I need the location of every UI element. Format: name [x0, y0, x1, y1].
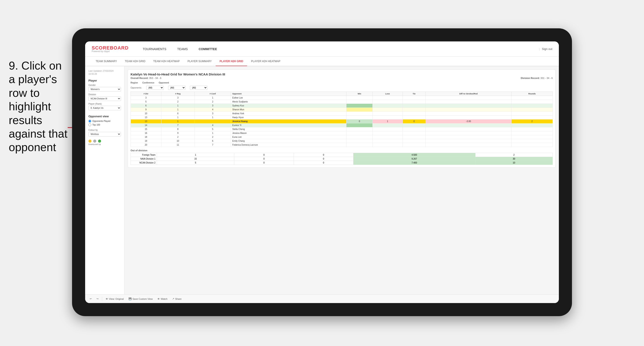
dot-up: [98, 140, 101, 143]
colour-by-select[interactable]: Win/loss: [88, 132, 121, 137]
grid-card: Katelyn Vo Head-to-Head Grid for Women's…: [128, 70, 556, 168]
grid-area: Katelyn Vo Head-to-Head Grid for Women's…: [124, 66, 559, 294]
gender-select[interactable]: Women's: [88, 87, 121, 92]
subnav: TEAM SUMMARY TEAM H2H GRID TEAM H2H HEAT…: [85, 57, 559, 66]
filters-row: Region Conference Opponent: [130, 82, 553, 84]
opponent-view-section: Opponent view Opponents Played Top 100: [88, 115, 121, 126]
opponents-select[interactable]: (All): [146, 86, 164, 90]
save-icon: 💾: [128, 297, 132, 300]
redo-button[interactable]: ↪: [95, 297, 100, 301]
colour-up-label: Up: [98, 143, 101, 146]
out-of-division-label: Out of division: [130, 149, 553, 152]
logo-area: SCOREBOARD Powered by clippd: [92, 46, 128, 52]
logo-sub: Powered by clippd: [92, 50, 128, 52]
region-filter-group: Region: [130, 82, 138, 84]
tablet-frame: SCOREBOARD Powered by clippd TOURNAMENTS…: [72, 28, 572, 316]
toolbar: ↩ ↪ 👁 View: Original 💾 Save Custom View …: [85, 294, 559, 303]
out-of-division-table: Foreign Team 1 0 0 4.500 2 NAIA Division…: [130, 153, 553, 165]
table-row[interactable]: 20 11 7 Federica Domecq Lacroze: [131, 143, 553, 147]
colour-labels: Down Level Up: [88, 143, 121, 146]
view-original-button[interactable]: 👁 View: Original: [104, 297, 125, 301]
radio-opponents-label: Opponents Played: [92, 120, 110, 122]
logo-text: SCOREBOARD: [92, 46, 128, 50]
region-label: Region: [130, 82, 138, 84]
table-row[interactable]: 18 2 2 Euna Lee: [131, 135, 553, 139]
conference-label: Conference: [142, 82, 154, 84]
conference-filter-group: Conference: [142, 82, 154, 84]
view-icon: 👁: [106, 298, 108, 300]
overall-record-value: 353 - 34 - 6: [149, 77, 161, 79]
opponents-label: Opponents:: [130, 87, 142, 89]
player-rank-select[interactable]: 8. Katelyn Vo: [88, 106, 121, 110]
colour-level-label: Level: [93, 143, 96, 146]
table-row[interactable]: 5 2 2 Alexis Sudjianto: [131, 100, 553, 104]
col-diff: Diff Av Strokes/Rnd: [426, 92, 511, 96]
table-row[interactable]: 15 8 5 Stella Cheng: [131, 127, 553, 131]
share-button[interactable]: ↗ Share: [171, 297, 183, 301]
dot-level: [93, 140, 96, 143]
table-row[interactable]: 16 9 1 Jessica Mason: [131, 131, 553, 135]
grid-title: Katelyn Vo Head-to-Head Grid for Women's…: [130, 72, 553, 76]
table-row[interactable]: 9 1 4 Sharon Mun: [131, 108, 553, 112]
opponent-view-title: Opponent view: [88, 115, 121, 118]
out-div-row[interactable]: NAIA Division 1 15 0 0 9.267 30: [131, 157, 553, 161]
division-record-value: 331 - 34 - 6: [540, 77, 553, 79]
table-row[interactable]: 19 10 6 Emily Chang: [131, 139, 553, 143]
watch-icon: 👁: [158, 298, 160, 300]
main-content: Last Updated: 27/03/2024 16:55:28 Player…: [85, 66, 559, 294]
undo-button[interactable]: ↩: [88, 297, 93, 301]
tablet-screen: SCOREBOARD Powered by clippd TOURNAMENTS…: [85, 41, 559, 303]
tab-team-h2h-grid[interactable]: TEAM H2H GRID: [121, 57, 149, 66]
h2h-table: # Div # Reg # Conf Opponent Win Loss Tie…: [130, 92, 553, 147]
last-updated: Last Updated: 27/03/2024 16:55:28: [88, 70, 121, 76]
table-row[interactable]: 6 1 3 Sydney Kuo: [131, 104, 553, 108]
col-loss: Loss: [372, 92, 402, 96]
tab-player-h2h-heatmap[interactable]: PLAYER H2H HEATMAP: [247, 57, 284, 66]
radio-top100[interactable]: Top 100: [88, 123, 121, 126]
nav-committee[interactable]: COMMITTEE: [198, 47, 218, 51]
conference-select[interactable]: (All): [168, 86, 186, 90]
player-rank-label: Player (Rank): [88, 103, 121, 105]
tab-team-h2h-heatmap[interactable]: TEAM H2H HEATMAP: [149, 57, 184, 66]
col-div: # Div: [131, 92, 161, 96]
opponent-filter-group: Opponent: [159, 82, 169, 84]
table-row[interactable]: 3 3 1 Esther Lee: [131, 96, 553, 100]
table-row[interactable]: 10 6 3 Andrea York: [131, 112, 553, 116]
nav-tournaments[interactable]: TOURNAMENTS: [142, 47, 168, 51]
out-div-row[interactable]: Foreign Team 1 0 0 4.500 2: [131, 153, 553, 157]
nav-links: TOURNAMENTS TEAMS COMMITTEE: [142, 47, 539, 51]
table-row[interactable]: 13 1 1 Haeju Hyun: [131, 116, 553, 120]
opponent-filter-label: Opponent: [159, 82, 169, 84]
overall-record-label: Overall Record:: [130, 77, 148, 79]
division-select[interactable]: NCAA Division III: [88, 96, 121, 101]
share-icon: ↗: [172, 297, 174, 300]
col-reg: # Reg: [161, 92, 194, 96]
player-section-title: Player: [88, 79, 121, 82]
tab-team-summary[interactable]: TEAM SUMMARY: [92, 57, 121, 66]
nav-right: | Sign out: [539, 47, 552, 51]
tab-player-h2h-grid[interactable]: PLAYER H2H GRID: [216, 57, 247, 66]
table-row[interactable]: 14 7 4 Eunice Yi: [131, 123, 553, 127]
col-win: Win: [346, 92, 372, 96]
save-custom-view-button[interactable]: 💾 Save Custom View: [127, 297, 154, 301]
out-div-row[interactable]: NCAA Division 2 5 0 0 7.400 10: [131, 161, 553, 165]
col-conf: # Conf: [194, 92, 231, 96]
col-rounds: Rounds: [512, 92, 553, 96]
navbar: SCOREBOARD Powered by clippd TOURNAMENTS…: [85, 41, 559, 57]
watch-button[interactable]: 👁 Watch: [156, 297, 169, 301]
colour-dots: [88, 140, 121, 143]
colour-by-label: Colour by: [88, 129, 121, 131]
colour-down-label: Down: [88, 143, 92, 146]
colour-section: Colour by Win/loss Down Level Up: [88, 129, 121, 146]
col-tie: Tie: [402, 92, 426, 96]
opponent-select[interactable]: (All): [190, 86, 208, 90]
grid-subtitle: Overall Record: 353 - 34 - 6 Division Re…: [130, 77, 553, 79]
tab-player-summary[interactable]: PLAYER SUMMARY: [184, 57, 216, 66]
gender-label: Gender: [88, 84, 121, 86]
left-panel: Last Updated: 27/03/2024 16:55:28 Player…: [85, 66, 124, 294]
nav-teams[interactable]: TEAMS: [176, 47, 189, 51]
radio-opponents-played[interactable]: Opponents Played: [88, 120, 121, 123]
highlighted-player-row[interactable]: 13 1 Jessica Huang 0 1 0 -3.00 2: [131, 120, 553, 123]
col-opponent: Opponent: [231, 92, 346, 96]
sign-out-link[interactable]: Sign out: [542, 47, 552, 51]
